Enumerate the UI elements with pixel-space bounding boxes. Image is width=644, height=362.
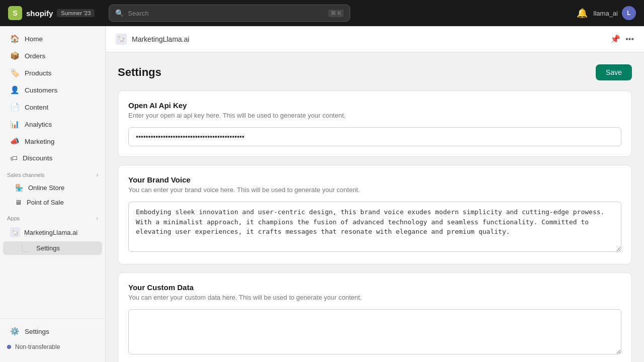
sidebar-item-products-label: Products	[25, 69, 51, 77]
non-transferable-dot	[7, 345, 11, 349]
topbar-right: 🔔 llama_ai L	[577, 6, 636, 20]
sidebar-item-point-of-sale-label: Point of Sale	[27, 199, 64, 206]
sidebar-item-discounts-label: Discounts	[23, 154, 52, 162]
sidebar-item-settings[interactable]: Settings	[3, 241, 102, 255]
sidebar-item-marketingllama-label: MarketingLlama.ai	[24, 229, 77, 236]
content-icon: 📄	[10, 103, 20, 112]
app-header-name: MarketingLlama.ai	[132, 35, 189, 43]
search-shortcut: ⌘ K	[328, 10, 344, 17]
sales-channels-label: Sales channels	[7, 172, 45, 178]
products-icon: 🏷️	[10, 68, 20, 77]
sidebar-item-bottom-settings[interactable]: ⚙️ Settings	[3, 323, 102, 339]
custom-data-card-desc: You can enter your custom data here. Thi…	[128, 294, 621, 301]
sidebar-item-marketing[interactable]: 📣 Marketing	[3, 133, 102, 149]
app-header-bar: 🦙 MarketingLlama.ai 📌 •••	[106, 26, 644, 52]
sidebar-item-marketing-label: Marketing	[25, 138, 54, 145]
api-key-card-desc: Enter your open ai api key here. This wi…	[128, 112, 621, 119]
sidebar-item-bottom-settings-label: Settings	[25, 328, 49, 335]
discounts-icon: 🏷	[10, 154, 18, 162]
non-transferable-label: Non-transferable	[15, 343, 60, 350]
user-name: llama_ai	[594, 10, 618, 17]
search-area: 🔍 ⌘ K	[109, 5, 350, 22]
brand-voice-card-desc: You can enter your brand voice here. Thi…	[128, 186, 621, 194]
marketingllama-icon: 🦙	[10, 227, 20, 237]
app-header-icon: 🦙	[116, 34, 127, 45]
sidebar-item-orders-label: Orders	[25, 52, 45, 60]
sidebar-item-home[interactable]: 🏠 Home	[3, 31, 102, 47]
apps-label: Apps	[7, 215, 20, 221]
custom-data-card-title: Your Custom Data	[128, 283, 621, 292]
summer-badge: Summer '23	[57, 9, 95, 17]
custom-data-card: Your Custom Data You can enter your cust…	[118, 273, 632, 362]
brand-voice-textarea[interactable]	[128, 202, 621, 252]
sidebar-item-settings-label: Settings	[36, 244, 60, 252]
sidebar-item-home-label: Home	[25, 35, 43, 43]
sidebar-item-customers[interactable]: 👤 Customers	[3, 82, 102, 98]
sidebar-item-online-store-label: Online Store	[28, 184, 64, 192]
main-layout: 🏠 Home 📦 Orders 🏷️ Products 👤 Customers …	[0, 26, 644, 362]
home-icon: 🏠	[10, 34, 20, 43]
page-content: Settings Save Open AI Api Key Enter your…	[106, 52, 644, 362]
shopify-logo-text: shopify	[26, 9, 53, 18]
settings-icon: ⚙️	[10, 327, 20, 336]
sidebar-item-point-of-sale[interactable]: 🖥 Point of Sale	[3, 196, 102, 209]
api-key-card: Open AI Api Key Enter your open ai api k…	[118, 90, 632, 157]
sidebar-item-orders[interactable]: 📦 Orders	[3, 48, 102, 64]
content-area: 🦙 MarketingLlama.ai 📌 ••• Settings Save …	[106, 26, 644, 362]
app-header-right: 📌 •••	[610, 34, 634, 44]
tree-line	[22, 245, 29, 252]
customers-icon: 👤	[10, 85, 20, 95]
api-key-card-title: Open AI Api Key	[128, 101, 621, 110]
non-transferable-badge: Non-transferable	[0, 340, 105, 354]
search-input[interactable]	[128, 10, 324, 17]
user-menu[interactable]: llama_ai L	[594, 6, 636, 20]
sidebar-item-marketingllama[interactable]: 🦙 MarketingLlama.ai	[3, 224, 102, 240]
point-of-sale-icon: 🖥	[15, 199, 22, 206]
sidebar-item-analytics-label: Analytics	[25, 121, 52, 128]
brand-voice-card-title: Your Brand Voice	[128, 175, 621, 184]
online-store-icon: 🏪	[15, 184, 23, 192]
page-title: Settings	[118, 66, 162, 79]
sales-channels-expand-icon[interactable]: ›	[96, 171, 98, 178]
search-icon: 🔍	[115, 9, 124, 17]
sidebar-item-discounts[interactable]: 🏷 Discounts	[3, 150, 102, 166]
brand-voice-card: Your Brand Voice You can enter your bran…	[118, 165, 632, 264]
topbar: S shopify Summer '23 🔍 ⌘ K 🔔 llama_ai L	[0, 0, 644, 26]
sidebar-item-analytics[interactable]: 📊 Analytics	[3, 116, 102, 132]
notifications-button[interactable]: 🔔	[577, 8, 588, 19]
shopify-logo-icon: S	[8, 6, 22, 20]
marketing-icon: 📣	[10, 137, 20, 146]
sidebar-item-online-store[interactable]: 🏪 Online Store	[3, 181, 102, 195]
analytics-icon: 📊	[10, 120, 20, 129]
api-key-input[interactable]	[128, 127, 621, 146]
page-title-row: Settings Save	[118, 64, 632, 80]
sidebar-item-content[interactable]: 📄 Content	[3, 99, 102, 115]
orders-icon: 📦	[10, 51, 20, 60]
save-button[interactable]: Save	[596, 64, 632, 80]
sidebar-item-products[interactable]: 🏷️ Products	[3, 65, 102, 81]
search-box[interactable]: 🔍 ⌘ K	[109, 5, 350, 22]
sales-channels-section: Sales channels ›	[0, 166, 105, 180]
logo-area: S shopify Summer '23	[8, 6, 95, 20]
sidebar-item-customers-label: Customers	[25, 86, 57, 94]
pin-button[interactable]: 📌	[610, 34, 620, 44]
more-button[interactable]: •••	[625, 35, 634, 44]
sidebar: 🏠 Home 📦 Orders 🏷️ Products 👤 Customers …	[0, 26, 106, 362]
apps-expand-icon[interactable]: ›	[96, 215, 98, 222]
custom-data-textarea[interactable]	[128, 309, 621, 354]
apps-section: Apps ›	[0, 210, 105, 224]
user-avatar: L	[622, 6, 636, 20]
sidebar-bottom: ⚙️ Settings Non-transferable	[0, 318, 105, 358]
sidebar-item-content-label: Content	[25, 104, 48, 111]
